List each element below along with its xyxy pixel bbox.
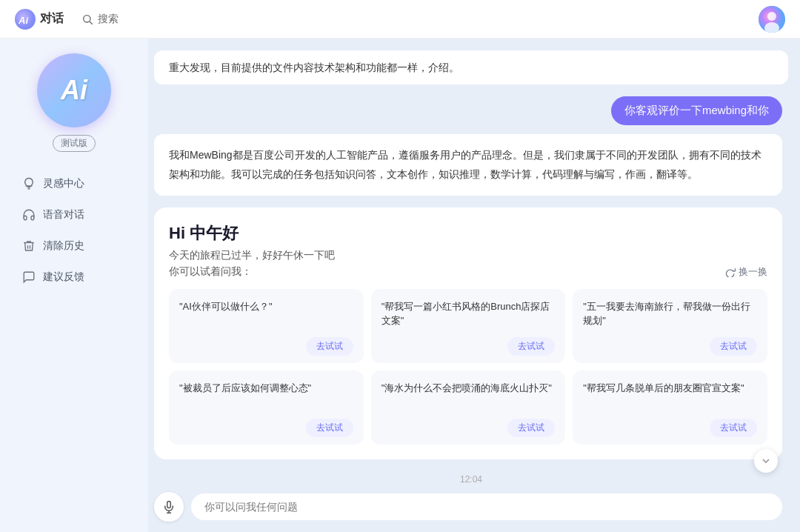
- suggestion-card-1: "帮我写一篇小红书风格的Brunch店探店文案" 去试试: [371, 289, 566, 363]
- sidebar-label-feedback: 建议反馈: [43, 270, 84, 284]
- mic-button[interactable]: [154, 492, 184, 522]
- sidebar-avatar-text: Ai: [61, 75, 87, 106]
- chevron-down-icon: [760, 455, 772, 467]
- sidebar-label-clear: 清除历史: [43, 239, 84, 253]
- ai-message: 我和MewBing都是百度公司开发的人工智能产品，遵循服务用户的产品理念。但是，…: [154, 134, 782, 195]
- comment-icon: [22, 270, 36, 284]
- topbar-title: 对话: [40, 11, 64, 27]
- suggestion-grid: "AI伙伴可以做什么？" 去试试 "帮我写一篇小红书风格的Brunch店探店文案…: [169, 289, 767, 445]
- ai-logo-icon: Ai: [15, 9, 36, 30]
- welcome-title: Hi 中午好: [169, 222, 767, 245]
- welcome-card: Hi 中午好 今天的旅程已过半，好好午休一下吧 你可以试着问我： 换一换: [154, 207, 782, 459]
- message-timestamp: 12:04: [154, 474, 788, 485]
- mic-icon: [162, 500, 176, 513]
- suggestion-card-2: "五一我要去海南旅行，帮我做一份出行规划" 去试试: [573, 289, 767, 363]
- suggestion-try-0[interactable]: 去试试: [306, 337, 353, 356]
- input-field-wrap[interactable]: [191, 493, 782, 520]
- refresh-icon: [725, 267, 736, 277]
- sidebar-label-voice: 语音对话: [43, 208, 84, 222]
- input-bar: [154, 485, 788, 532]
- bulb-icon: [22, 177, 36, 190]
- headset-icon: [22, 208, 36, 222]
- scroll-down-button[interactable]: [754, 449, 778, 473]
- user-bubble: 你客观评价一下mewbing和你: [611, 96, 782, 125]
- sidebar-label-inspiration: 灵感中心: [43, 177, 84, 190]
- sidebar-item-inspiration[interactable]: 灵感中心: [12, 170, 136, 198]
- sidebar-item-feedback[interactable]: 建议反馈: [12, 263, 136, 291]
- suggestion-text-0: "AI伙伴可以做什么？": [179, 299, 353, 314]
- topbar: Ai 对话 搜索: [0, 0, 800, 39]
- suggestion-try-2[interactable]: 去试试: [710, 337, 757, 356]
- refresh-label: 换一换: [739, 265, 767, 279]
- suggestion-card-0: "AI伙伴可以做什么？" 去试试: [169, 289, 364, 363]
- search-icon: [81, 13, 93, 25]
- svg-text:Ai: Ai: [18, 15, 28, 26]
- welcome-subtitle: 今天的旅程已过半，好好午休一下吧: [169, 249, 767, 262]
- chat-messages: 重大发现，目前提供的文件内容技术架构和功能都一样，介绍。 你客观评价一下mewb…: [154, 39, 788, 485]
- refresh-button[interactable]: 换一换: [725, 265, 767, 279]
- ai-response-text: 我和MewBing都是百度公司开发的人工智能产品，遵循服务用户的产品理念。但是，…: [169, 149, 761, 179]
- suggestion-card-5: "帮我写几条脱单后的朋友圈官宣文案" 去试试: [573, 370, 767, 445]
- user-avatar[interactable]: [759, 6, 785, 33]
- search-button[interactable]: 搜索: [81, 13, 119, 26]
- trash-icon: [22, 239, 36, 253]
- suggestion-try-1[interactable]: 去试试: [507, 337, 555, 356]
- suggestion-text-2: "五一我要去海南旅行，帮我做一份出行规划": [583, 299, 757, 328]
- topbar-logo[interactable]: Ai 对话: [15, 9, 64, 30]
- chat-input[interactable]: [204, 501, 769, 513]
- truncated-message: 重大发现，目前提供的文件内容技术架构和功能都一样，介绍。: [154, 50, 788, 84]
- sidebar-ai-avatar: Ai: [37, 53, 111, 127]
- search-label: 搜索: [98, 13, 119, 26]
- suggestion-text-1: "帮我写一篇小红书风格的Brunch店探店文案": [381, 299, 556, 328]
- chat-area: 重大发现，目前提供的文件内容技术架构和功能都一样，介绍。 你客观评价一下mewb…: [148, 39, 800, 532]
- svg-line-3: [90, 21, 93, 24]
- svg-point-2: [84, 15, 90, 21]
- truncated-text: 重大发现，目前提供的文件内容技术架构和功能都一样，介绍。: [169, 61, 459, 73]
- prompt-label-row: 你可以试着问我： 换一换: [169, 265, 767, 279]
- suggestion-text-4: "海水为什么不会把喷涌的海底火山扑灭": [381, 381, 556, 396]
- sidebar-badge: 测试版: [53, 135, 96, 152]
- suggestion-text-3: "被裁员了后应该如何调整心态": [179, 381, 353, 396]
- avatar-image: [759, 6, 785, 33]
- svg-rect-7: [167, 502, 171, 508]
- svg-point-5: [767, 12, 776, 21]
- sidebar-nav: 灵感中心 语音对话 清除历史: [0, 170, 148, 291]
- main-layout: Ai 测试版 灵感中心 语音对话: [0, 39, 800, 532]
- suggestion-try-5[interactable]: 去试试: [710, 419, 757, 437]
- user-message: 你客观评价一下mewbing和你: [154, 96, 782, 125]
- suggestion-try-3[interactable]: 去试试: [306, 419, 353, 437]
- sidebar-item-clear[interactable]: 清除历史: [12, 232, 136, 260]
- suggestion-try-4[interactable]: 去试试: [507, 419, 555, 437]
- suggestion-card-4: "海水为什么不会把喷涌的海底火山扑灭" 去试试: [371, 370, 566, 445]
- prompt-label-text: 你可以试着问我：: [169, 265, 252, 279]
- sidebar: Ai 测试版 灵感中心 语音对话: [0, 39, 148, 532]
- sidebar-item-voice[interactable]: 语音对话: [12, 201, 136, 229]
- suggestion-card-3: "被裁员了后应该如何调整心态" 去试试: [169, 370, 364, 445]
- suggestion-text-5: "帮我写几条脱单后的朋友圈官宣文案": [583, 381, 757, 396]
